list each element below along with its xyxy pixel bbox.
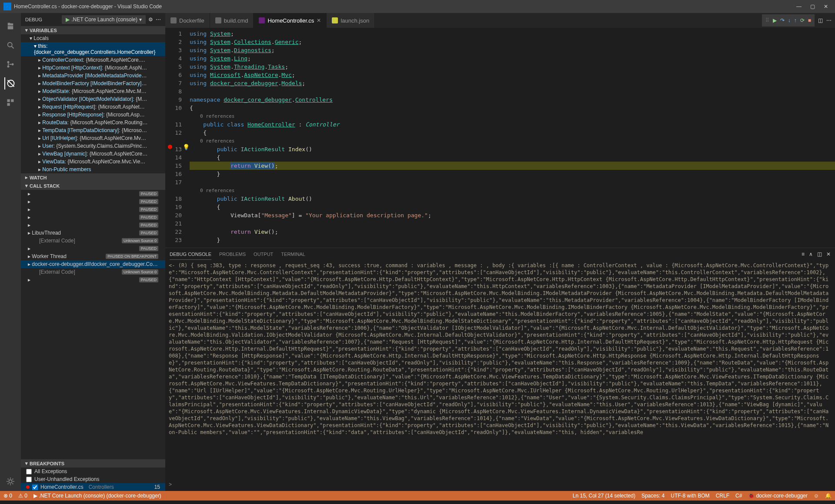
callstack-row[interactable]: ▸ docker-core-debugger.dll!docker_core_d… [21, 260, 165, 268]
maximize-panel-icon[interactable]: ◫ [817, 251, 822, 257]
status-debugger[interactable]: 🐞 docker-core-debugger [748, 493, 807, 499]
callstack-row[interactable]: ▸ PAUSED [21, 276, 165, 284]
callstack-row[interactable]: ▸ PAUSED [21, 213, 165, 221]
bp-checkbox[interactable] [32, 484, 38, 490]
variable-row[interactable]: ▸ ViewBag [dynamic]: {Microsoft.AspNetCo… [21, 150, 165, 158]
code-editor[interactable]: 1234567891011121314151617181920212223 us… [165, 28, 835, 248]
variables-section-header[interactable]: ▾ VARIABLES [21, 26, 165, 34]
panel-tab[interactable]: DEBUG CONSOLE [170, 249, 211, 260]
lightbulb-icon[interactable]: 💡 [183, 144, 190, 150]
panel-tab[interactable]: OUTPUT [254, 249, 273, 260]
callstack-row[interactable]: ▸ PAUSED [21, 245, 165, 252]
variable-row[interactable]: ▸ User: {System.Security.Claims.ClaimsPr… [21, 142, 165, 150]
variable-row[interactable]: ▸ Url [IUrlHelper]: {Microsoft.AspNetCor… [21, 134, 165, 142]
panel-tab[interactable]: TERMINAL [281, 249, 305, 260]
status-eol[interactable]: CRLF [716, 493, 729, 499]
breakpoints-section-header[interactable]: ▾ BREAKPOINTS [21, 459, 165, 468]
status-language[interactable]: C# [735, 493, 742, 499]
breakpoint-row[interactable]: All Exceptions [21, 468, 165, 475]
svg-line-1 [12, 46, 14, 49]
status-errors[interactable]: ⊗ 0 [3, 493, 12, 499]
step-into-button[interactable]: ↓ [788, 17, 791, 23]
callstack-row[interactable]: ▸ LibuvThreadPAUSED [21, 229, 165, 237]
breakpoint-row[interactable]: User-Unhandled Exceptions [21, 475, 165, 483]
svg-rect-7 [7, 99, 10, 102]
close-panel-icon[interactable]: ✕ [826, 251, 831, 257]
variable-row[interactable]: ▸ Response [HttpResponse]: {Microsoft.As… [21, 111, 165, 119]
callstack-row[interactable]: [External Code]Unknown Source 0 [21, 237, 165, 245]
debug-sidebar: DEBUG ▶ .NET Core Launch (console) ▾ ⚙ ⋯… [21, 13, 165, 491]
editor-tab[interactable]: launch.json [327, 13, 375, 28]
callstack-row[interactable]: [External Code]Unknown Source 0 [21, 268, 165, 276]
window-title: HomeController.cs - docker-core-debugger… [14, 3, 162, 10]
debug-title: DEBUG [25, 17, 42, 22]
variables-body[interactable]: ▾ Locals ▾ this: {docker_core_debugger.C… [21, 34, 165, 173]
breakpoints-body[interactable]: All ExceptionsUser-Unhandled ExceptionsH… [21, 468, 165, 491]
status-warnings[interactable]: ⚠ 0 [18, 493, 27, 499]
settings-gear-icon[interactable] [4, 475, 17, 487]
status-bell-icon[interactable]: 🔔 [825, 493, 832, 499]
variable-row[interactable]: ▸ ControllerContext: {Microsoft.AspNetCo… [21, 56, 165, 64]
panel-tab[interactable]: PROBLEMS [219, 249, 246, 260]
status-spaces[interactable]: Spaces: 4 [641, 493, 665, 499]
svg-point-4 [12, 63, 14, 66]
bat-icon [215, 17, 221, 23]
callstack-row[interactable]: ▸ PAUSED [21, 221, 165, 229]
variable-row[interactable]: ▸ Non-Public members [21, 166, 165, 173]
drag-handle-icon[interactable]: ⠿ [765, 17, 769, 23]
variable-row[interactable]: ▸ ModelBinderFactory [IModelBinderFactor… [21, 80, 165, 87]
launch-config-select[interactable]: ▶ .NET Core Launch (console) ▾ [62, 15, 146, 24]
variable-row[interactable]: ▸ TempData [ITempDataDictionary]: {Micro… [21, 126, 165, 134]
step-out-button[interactable]: ↑ [794, 17, 797, 23]
split-editor-icon[interactable]: ◫ [818, 17, 823, 23]
extensions-icon[interactable] [4, 96, 17, 109]
debug-console-prompt[interactable]: > [165, 481, 835, 491]
editor-tab[interactable]: Dockerfile [165, 13, 210, 28]
stop-button[interactable]: ■ [808, 17, 811, 23]
status-feedback-icon[interactable]: ☺ [814, 493, 819, 499]
watch-section-header[interactable]: ▸ WATCH [21, 173, 165, 182]
this-variable[interactable]: ▾ this: {docker_core_debugger.Controller… [21, 42, 165, 56]
launch-settings-icon[interactable]: ⚙ [148, 17, 153, 23]
bp-checkbox[interactable] [26, 477, 32, 482]
variable-row[interactable]: ▸ ObjectValidator [IObjectModelValidator… [21, 95, 165, 103]
debug-icon[interactable] [4, 77, 17, 90]
status-launch[interactable]: ▶ .NET Core Launch (console) (docker-cor… [33, 493, 161, 499]
restart-button[interactable]: ⟳ [800, 17, 805, 23]
filter-icon[interactable]: ≡ [802, 251, 805, 257]
window-controls: — ▢ ✕ [796, 3, 828, 10]
callstack-body[interactable]: ▸ PAUSED▸ PAUSED▸ PAUSED▸ PAUSED▸ PAUSED… [21, 190, 165, 284]
status-encoding[interactable]: UTF-8 with BOM [671, 493, 709, 499]
status-cursor[interactable]: Ln 15, Col 27 (14 selected) [573, 493, 635, 499]
variable-row[interactable]: ▸ HttpContext [HttpContext]: {Microsoft.… [21, 64, 165, 72]
breakpoint-row[interactable]: HomeController.csControllers15 [21, 483, 165, 491]
variable-row[interactable]: ▸ ModelState: {Microsoft.AspNetCore.Mvc.… [21, 87, 165, 95]
breakpoint-icon[interactable] [168, 145, 172, 149]
step-over-button[interactable]: ↷ [780, 17, 785, 23]
callstack-row[interactable]: ▸ PAUSED [21, 206, 165, 213]
git-icon[interactable] [4, 58, 17, 70]
minimize-button[interactable]: — [796, 3, 802, 10]
debug-console-output[interactable]: <- (R) { seq :383, type : response , req… [165, 260, 835, 481]
bp-checkbox[interactable] [26, 469, 32, 474]
maximize-button[interactable]: ▢ [810, 3, 815, 10]
more-icon[interactable]: ⋯ [156, 17, 161, 23]
variable-row[interactable]: ▸ Request [HttpRequest]: {Microsoft.AspN… [21, 103, 165, 111]
explorer-icon[interactable] [4, 20, 17, 32]
callstack-row[interactable]: ▸ Worker ThreadPAUSED ON BREAKPOINT [21, 252, 165, 260]
variable-row[interactable]: ▸ RouteData: {Microsoft.AspNetCore.Routi… [21, 119, 165, 126]
editor-tab[interactable]: HomeController.cs✕ [254, 13, 327, 28]
variable-row[interactable]: ▸ ViewData: {Microsoft.AspNetCore.Mvc.Vi… [21, 158, 165, 166]
editor-tab[interactable]: build.cmd [210, 13, 254, 28]
callstack-row[interactable]: ▸ PAUSED [21, 198, 165, 206]
callstack-row[interactable]: ▸ PAUSED [21, 190, 165, 198]
callstack-section-header[interactable]: ▾ CALL STACK [21, 182, 165, 190]
variable-row[interactable]: ▸ MetadataProvider [IModelMetadataProvid… [21, 72, 165, 80]
continue-button[interactable]: ▶ [773, 17, 777, 23]
close-button[interactable]: ✕ [824, 3, 828, 10]
search-icon[interactable] [4, 39, 17, 51]
close-tab-icon[interactable]: ✕ [317, 17, 321, 23]
collapse-icon[interactable]: ∧ [809, 251, 813, 257]
more-editor-icon[interactable]: ⋯ [826, 17, 835, 23]
locals-group[interactable]: ▾ Locals [21, 34, 165, 42]
